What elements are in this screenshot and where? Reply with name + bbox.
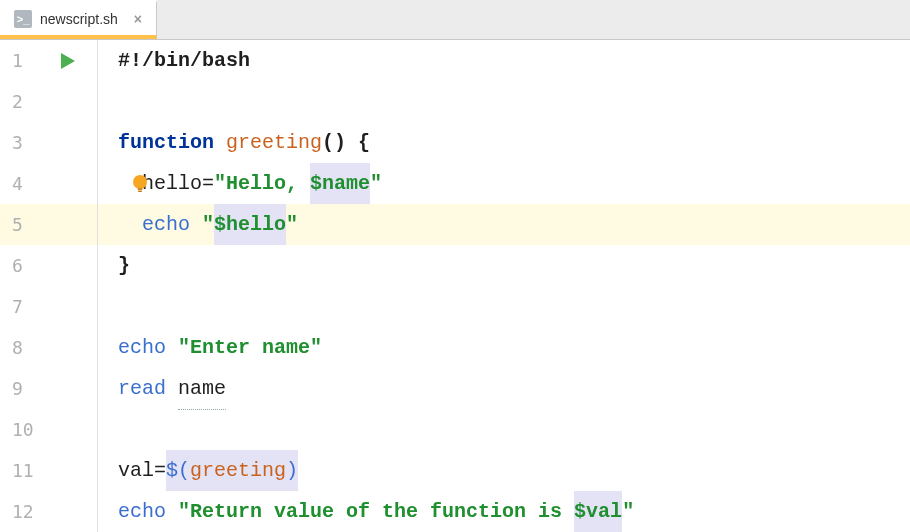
svg-point-1 [133, 175, 147, 189]
var-ref-val: $val [574, 491, 622, 532]
code-line-8[interactable]: echo "Enter name" [98, 327, 910, 368]
cmd-echo: echo [142, 204, 190, 245]
code-line-12[interactable]: echo "Return value of the function is $v… [98, 491, 910, 532]
func-name: greeting [226, 122, 322, 163]
tab-filename: newscript.sh [40, 11, 118, 27]
gutter-line-9[interactable]: 9 [0, 368, 97, 409]
gutter-line-2[interactable]: 2 [0, 81, 97, 122]
terminal-icon: >_ [14, 10, 32, 28]
var-ref-name: $name [310, 163, 370, 204]
gutter-line-1[interactable]: 1 [0, 40, 97, 81]
gutter-line-11[interactable]: 11 [0, 450, 97, 491]
run-gutter-icon[interactable] [58, 52, 76, 70]
svg-rect-2 [138, 188, 143, 190]
shebang: #!/bin/bash [118, 40, 250, 81]
var-val: val [118, 450, 154, 491]
tab-bar: >_ newscript.sh × [0, 0, 910, 40]
editor-tab[interactable]: >_ newscript.sh × [0, 0, 157, 39]
var-ref-hello: $hello [214, 204, 286, 245]
gutter-line-4[interactable]: 4 [0, 163, 97, 204]
code-line-4[interactable]: hello="Hello, $name" [98, 163, 910, 204]
code-line-7[interactable] [98, 286, 910, 327]
editor: 1 2 3 4 5 6 7 8 9 10 11 12 #!/bin/bash f… [0, 40, 910, 532]
cmd-read: read [118, 368, 166, 409]
code-line-11[interactable]: val=$(greeting) [98, 450, 910, 491]
call-greeting: greeting [190, 450, 286, 491]
code-line-1[interactable]: #!/bin/bash [98, 40, 910, 81]
gutter-line-6[interactable]: 6 [0, 245, 97, 286]
code-line-6[interactable]: } [98, 245, 910, 286]
gutter: 1 2 3 4 5 6 7 8 9 10 11 12 [0, 40, 98, 532]
svg-rect-3 [138, 190, 142, 192]
code-line-5[interactable]: echo "$hello" [98, 204, 910, 245]
code-line-10[interactable] [98, 409, 910, 450]
cmd-echo: echo [118, 327, 166, 368]
close-icon[interactable]: × [130, 11, 146, 27]
gutter-line-7[interactable]: 7 [0, 286, 97, 327]
cmd-echo: echo [118, 491, 166, 532]
gutter-line-5[interactable]: 5 [0, 204, 97, 245]
gutter-line-3[interactable]: 3 [0, 122, 97, 163]
gutter-line-8[interactable]: 8 [0, 327, 97, 368]
gutter-line-10[interactable]: 10 [0, 409, 97, 450]
svg-marker-0 [61, 53, 75, 69]
code-area[interactable]: #!/bin/bash function greeting() { hello=… [98, 40, 910, 532]
gutter-line-12[interactable]: 12 [0, 491, 97, 532]
code-line-9[interactable]: read name [98, 368, 910, 409]
read-arg: name [178, 368, 226, 410]
